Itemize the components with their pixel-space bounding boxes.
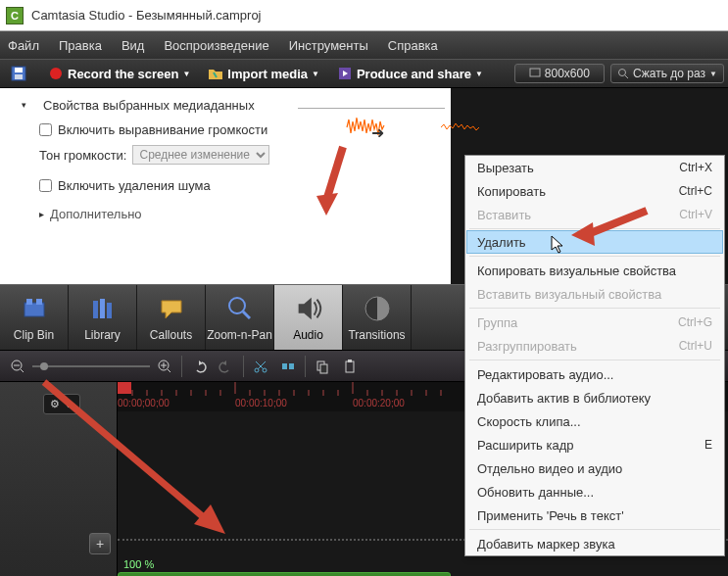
tick-label: 00:00:10;00: [235, 398, 287, 408]
svg-rect-41: [348, 360, 352, 362]
zoom-icon: [224, 293, 256, 324]
svg-marker-9: [316, 193, 338, 216]
speaker-icon: [293, 292, 324, 325]
tone-select[interactable]: Среднее изменение гро: [132, 145, 269, 165]
clipbin-icon: [19, 293, 50, 324]
menu-bar: Файл Правка Вид Воспроизведение Инструме…: [0, 31, 728, 59]
main-toolbar: Record the screen▼ Import media▼ Produce…: [0, 59, 728, 88]
produce-icon: [337, 66, 353, 81]
svg-point-7: [618, 70, 625, 76]
library-icon: [87, 293, 119, 324]
menu-file[interactable]: Файл: [8, 38, 39, 53]
split-button[interactable]: [275, 354, 301, 379]
menu-speech[interactable]: Применить 'Речь в текст': [465, 504, 724, 527]
record-icon: [48, 66, 64, 81]
menu-add-asset[interactable]: Добавить актив в библиотеку: [465, 386, 724, 409]
cut-button[interactable]: [248, 354, 273, 379]
menu-cut[interactable]: ВырезатьCtrl+X: [465, 156, 724, 179]
menu-copy-visual[interactable]: Копировать визуальные свойства: [465, 259, 724, 282]
paste-icon: [342, 359, 358, 374]
svg-rect-12: [24, 303, 44, 316]
copy-icon: [315, 359, 330, 374]
menu-paste-visual[interactable]: Вставить визуальный свойства: [465, 282, 724, 306]
svg-rect-14: [36, 299, 42, 305]
paste-button[interactable]: [337, 354, 363, 379]
svg-line-19: [243, 312, 250, 318]
zoomout-icon: [10, 359, 25, 374]
menu-play[interactable]: Воспроизведение: [164, 38, 268, 53]
svg-rect-36: [282, 363, 287, 369]
svg-rect-15: [93, 301, 98, 318]
waveform-after-icon: [441, 120, 490, 135]
transitions-icon: [362, 293, 393, 324]
chevron-down-icon: ▼: [709, 70, 717, 78]
annotation-arrow-icon: [29, 372, 235, 539]
cursor-icon: [551, 235, 566, 255]
tab-zoom[interactable]: Zoom-n-Pan: [206, 285, 274, 350]
checkbox-input[interactable]: [39, 179, 52, 192]
preview-size-button[interactable]: 800x600: [514, 64, 605, 83]
denoise-checkbox[interactable]: Включить удаления шума: [39, 178, 451, 193]
title-bar: C Camtasia Studio - Безымянный.camproj: [0, 0, 728, 31]
record-button[interactable]: Record the screen▼: [41, 63, 197, 84]
shrink-button[interactable]: Сжать до раз▼: [610, 64, 724, 83]
chevron-down-icon: ▼: [475, 70, 483, 78]
zoom-out-button[interactable]: [5, 354, 30, 379]
svg-line-23: [21, 369, 24, 372]
menu-edit[interactable]: Правка: [59, 38, 102, 53]
menu-extend[interactable]: Расширить кадрE: [465, 433, 724, 456]
menu-help[interactable]: Справка: [388, 38, 438, 53]
search-icon: [617, 68, 629, 79]
properties-pane: ▾ Свойства выбранных медиаданных Включит…: [0, 88, 451, 284]
menu-split-av[interactable]: Отдельно видео и аудио: [465, 456, 724, 480]
menu-edit-audio[interactable]: Редактировать аудио...: [465, 362, 724, 386]
tone-label: Тон громкости:: [39, 148, 126, 163]
floppy-icon: [11, 66, 26, 81]
svg-rect-2: [15, 74, 23, 79]
monitor-icon: [529, 68, 541, 79]
menu-group[interactable]: ГруппаCtrl+G: [465, 311, 724, 334]
svg-rect-37: [289, 363, 294, 369]
menu-view[interactable]: Вид: [121, 38, 145, 53]
tab-callouts[interactable]: Callouts: [137, 285, 206, 350]
menu-marker[interactable]: Добавить маркер звука: [465, 532, 724, 555]
svg-line-8: [625, 75, 628, 78]
import-button[interactable]: Import media▼: [201, 63, 326, 84]
checkbox-input[interactable]: [39, 123, 52, 136]
svg-marker-10: [571, 222, 595, 246]
menu-speed[interactable]: Скорость клипа...: [465, 409, 724, 433]
app-logo-icon: C: [6, 7, 24, 24]
svg-point-3: [50, 68, 62, 79]
svg-rect-1: [15, 68, 23, 72]
svg-rect-16: [100, 299, 105, 318]
chevron-down-icon: ▼: [182, 70, 190, 78]
properties-title: Свойства выбранных медиаданных: [43, 98, 451, 113]
percent-label: 100 %: [123, 558, 154, 570]
tab-audio[interactable]: Audio: [274, 285, 343, 350]
additional-expander[interactable]: Дополнительно: [39, 207, 451, 221]
copy-button[interactable]: [310, 354, 335, 379]
svg-point-25: [40, 362, 48, 370]
svg-rect-13: [26, 299, 32, 305]
menu-refresh[interactable]: Обновить данные...: [465, 480, 724, 504]
menu-tools[interactable]: Инструменты: [289, 38, 368, 53]
save-button[interactable]: [4, 63, 37, 84]
expander-icon[interactable]: ▾: [22, 100, 26, 110]
produce-button[interactable]: Produce and share▼: [330, 63, 490, 84]
tab-library[interactable]: Library: [69, 285, 137, 350]
tab-transitions[interactable]: Transitions: [343, 285, 412, 350]
menu-copy[interactable]: КопироватьCtrl+C: [465, 179, 724, 203]
tab-clipbin[interactable]: Clip Bin: [0, 285, 69, 350]
tick-label: 00:00:20;00: [353, 398, 405, 408]
menu-ungroup[interactable]: РазгруппироватьCtrl+U: [465, 334, 724, 358]
media-clip[interactable]: Безымянный55.mp4: [118, 572, 451, 576]
svg-rect-40: [346, 361, 354, 372]
callouts-icon: [156, 293, 187, 324]
folder-icon: [208, 66, 223, 81]
tone-row: Тон громкости: Среднее изменение гро: [39, 145, 451, 165]
annotation-arrow-icon: [309, 142, 358, 220]
window-title: Camtasia Studio - Безымянный.camproj: [31, 8, 262, 23]
annotation-arrow-icon: [563, 201, 652, 250]
svg-rect-6: [530, 69, 540, 76]
split-icon: [280, 359, 296, 374]
